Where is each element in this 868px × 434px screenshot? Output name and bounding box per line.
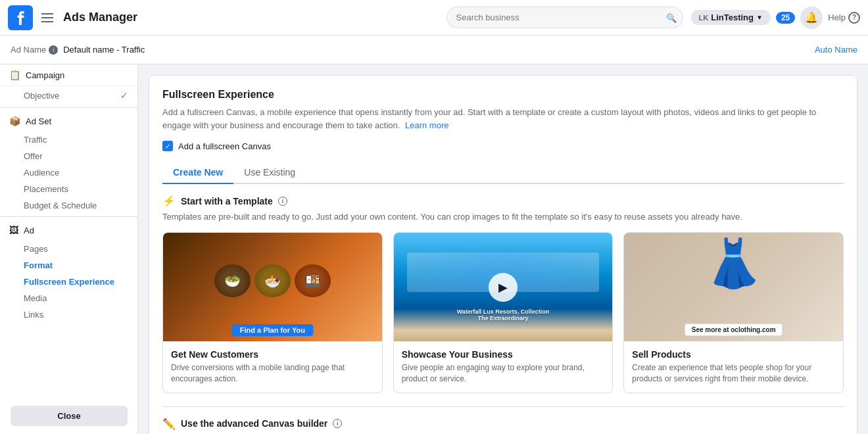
card-3-title: Sell Products [632,349,835,360]
facebook-logo [8,5,33,30]
sidebar-item-format[interactable]: Format [0,257,137,274]
sidebar-pages-label: Pages [24,244,48,254]
sidebar-ad-label: Ad [24,226,34,235]
sidebar-budget-label: Budget & Schedule [24,201,97,210]
help-icon: ? [848,12,860,24]
sidebar-media-label: Media [24,293,47,303]
template-section-desc: Templates are pre-built and ready to go.… [162,211,844,223]
template-section: ⚡ Start with a Template i Templates are … [162,195,844,393]
sidebar-format-label: Format [24,260,53,270]
card-1-title: Get New Customers [171,349,374,360]
card-2-body: Showcase Your Business Give people an en… [394,341,613,393]
sidebar-item-links[interactable]: Links [0,306,137,323]
ad-icon: 🖼 [9,225,18,235]
fullscreen-experience-title: Fullscreen Experience [162,89,844,101]
account-label: LK [699,14,709,22]
ad-name-label: Ad Name [11,45,46,55]
canvas-checkbox[interactable]: ✓ [162,141,173,151]
sidebar-item-media[interactable]: Media [0,290,137,306]
card-1-body: Get New Customers Drive conversions with… [163,341,382,393]
sidebar-item-placements[interactable]: Placements [0,181,137,197]
advanced-section-header: ✏️ Use the advanced Canvas builder i [162,418,844,430]
template-cards-container: 🥗 🍜 🍱 Find a Plan for You Get New Custom… [162,232,844,393]
card-1-desc: Drive conversions with a mobile landing … [171,362,374,385]
sidebar-item-budget[interactable]: Budget & Schedule [0,197,137,214]
ad-name-value: Default name - Traffic [63,45,145,55]
hamburger-menu[interactable] [37,7,58,28]
sub-navigation: Ad Name i Default name - Traffic Auto Na… [0,36,868,64]
ad-name-info-icon[interactable]: i [49,45,58,55]
sidebar-audience-label: Audience [24,168,59,178]
sidebar-item-adset[interactable]: 📦 Ad Set [0,110,137,132]
help-label: Help [828,12,846,22]
advanced-section-title: Use the advanced Canvas builder [181,418,327,429]
sidebar-links-label: Links [24,310,43,320]
tab-create-new[interactable]: Create New [162,162,233,184]
sidebar-item-traffic[interactable]: Traffic [0,132,137,148]
account-name: LinTesting [711,12,754,22]
template-card-get-customers[interactable]: 🥗 🍜 🍱 Find a Plan for You Get New Custom… [162,232,383,393]
sidebar-fullscreen-label: Fullscreen Experience [24,277,114,287]
search-input[interactable] [446,7,683,28]
chevron-down-icon: ▼ [756,14,763,21]
sidebar-traffic-label: Traffic [24,135,47,145]
sidebar-item-pages[interactable]: Pages [0,241,137,257]
card-2-desc: Give people an engaging way to explore y… [402,362,605,385]
notification-badge[interactable]: 25 [776,12,795,24]
search-icon: 🔍 [666,12,677,22]
sidebar-item-campaign[interactable]: 📋 Campaign [0,64,137,86]
app-title: Ads Manager [63,11,137,24]
template-card-sell-products[interactable]: 👗 See more at oclothing.com Sell Product… [623,232,844,393]
search-container: 🔍 [446,7,683,28]
add-canvas-checkbox-row[interactable]: ✓ Add a fullscreen Canvas [162,141,844,151]
play-icon: ▶ [489,273,518,302]
main-content: Fullscreen Experience Add a fullscreen C… [138,64,868,434]
sidebar-objective-label: Objective [24,91,59,101]
advanced-canvas-section: ✏️ Use the advanced Canvas builder i Use… [162,406,844,434]
adset-icon: 📦 [9,116,20,126]
template-section-header: ⚡ Start with a Template i [162,195,844,207]
sidebar-item-audience[interactable]: Audience [0,164,137,181]
sidebar-offer-label: Offer [24,151,43,161]
tab-use-existing[interactable]: Use Existing [233,162,306,184]
fullscreen-experience-desc: Add a fullscreen Canvas, a mobile experi… [162,106,844,132]
learn-more-link[interactable]: Learn more [405,120,448,130]
lightning-icon: ⚡ [162,195,176,207]
sidebar-campaign-label: Campaign [26,70,64,80]
help-button[interactable]: Help ? [828,12,860,24]
template-info-icon[interactable]: i [278,197,287,206]
template-section-title: Start with a Template [181,196,273,206]
sidebar-adset-label: Ad Set [26,116,51,126]
card-3-body: Sell Products Create an experience that … [624,341,843,393]
template-card-showcase[interactable]: Waterfall Lux Resorts, CollectionThe Ext… [393,232,614,393]
sidebar-item-offer[interactable]: Offer [0,148,137,164]
sidebar: 📋 Campaign Objective ✓ 📦 Ad Set Traffic … [0,64,138,434]
fullscreen-experience-card: Fullscreen Experience Add a fullscreen C… [149,75,857,434]
card-2-title: Showcase Your Business [402,349,605,360]
sidebar-placements-label: Placements [24,184,68,194]
canvas-checkbox-label: Add a fullscreen Canvas [178,141,271,151]
objective-check-icon: ✓ [120,90,128,101]
sidebar-item-fullscreen[interactable]: Fullscreen Experience [0,274,137,290]
pencil-icon: ✏️ [162,418,176,430]
top-navigation: Ads Manager 🔍 LK LinTesting ▼ 25 🔔 Help … [0,0,868,36]
card-1-image: 🥗 🍜 🍱 Find a Plan for You [163,233,382,341]
notifications-icon[interactable]: 🔔 [800,7,823,29]
advanced-info-icon[interactable]: i [333,419,342,428]
account-selector[interactable]: LK LinTesting ▼ [691,10,771,25]
tabs-container: Create New Use Existing [162,162,844,184]
close-button[interactable]: Close [11,406,128,426]
auto-name-button[interactable]: Auto Name [815,45,857,55]
sidebar-item-ad[interactable]: 🖼 Ad [0,220,137,241]
campaign-icon: 📋 [9,70,20,80]
card-2-image: Waterfall Lux Resorts, CollectionThe Ext… [394,233,613,341]
card-3-desc: Create an experience that lets people sh… [632,362,835,385]
card-3-image: 👗 See more at oclothing.com [624,233,843,341]
sidebar-item-objective[interactable]: Objective ✓ [0,86,137,105]
